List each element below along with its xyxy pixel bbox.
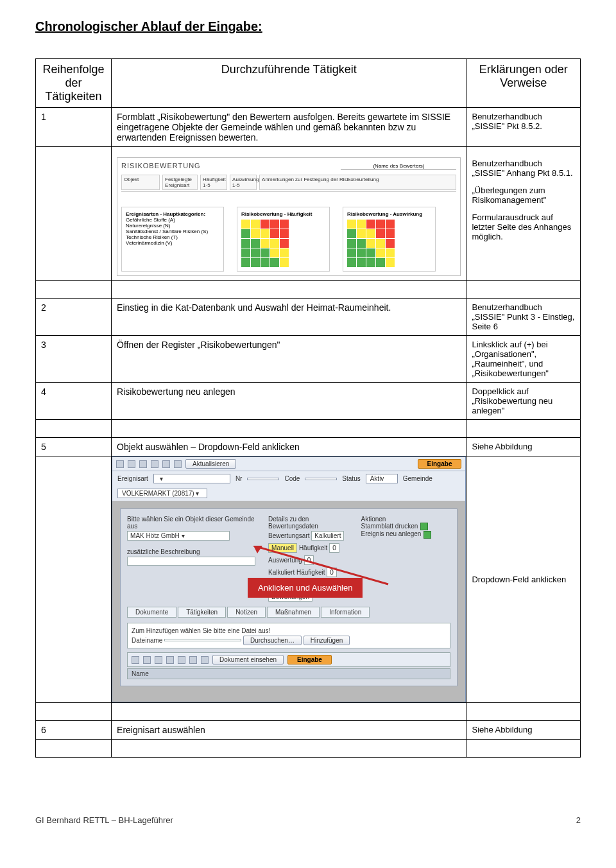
row-activity: Risikobewertung neu anlegen [112, 383, 466, 420]
add-button[interactable]: Hinzufügen [304, 636, 350, 645]
toolbar-icon[interactable] [189, 656, 197, 664]
col-ereignisart: Festgelegte Ereignisart [162, 175, 198, 190]
footer-page-number: 2 [576, 815, 581, 825]
screenshot-cell: Aktualisieren Eingabe Ereignisart ▾ Nr C… [112, 456, 466, 703]
toolbar-icon[interactable] [162, 460, 170, 468]
bewart-field[interactable]: Kalkuliert [311, 531, 344, 541]
table-row: 2 Einstieg in die Kat-Datenbank und Ausw… [36, 299, 581, 336]
col-objekt: Objekt [121, 175, 160, 190]
object-value: MAK Hötz GmbH [130, 532, 180, 539]
toolbar-icon[interactable] [201, 656, 209, 664]
table-row: 4 Risikobewertung neu anlegen Doppelklic… [36, 383, 581, 420]
gemeinde-value: VÖLKERMARKT (20817) [122, 490, 194, 497]
code-label: Code [284, 475, 300, 482]
table-row: RISIKOBEWERTUNG (Name des Bewerters) Obj… [36, 147, 581, 281]
actions-title: Aktionen [361, 516, 450, 523]
toolbar-icon[interactable] [174, 460, 182, 468]
chart-impact: Risikobewertung - Auswirkung [343, 207, 436, 272]
row-number: 1 [36, 108, 112, 147]
view-doc-button[interactable]: Dokument einsehen [212, 655, 284, 664]
tab-notizen[interactable]: Notizen [227, 607, 266, 618]
row-explanation: Benutzerhandbuch „SISSIE" Anhang Pkt 8.5… [466, 147, 581, 281]
tab-information[interactable]: Information [321, 607, 370, 618]
row-number: 5 [36, 438, 112, 456]
row-activity: Öffnen der Register „Risikobewertungen" [112, 336, 466, 383]
bewart-label: Bewertungsart [268, 532, 309, 539]
print-action[interactable]: Stammblatt drucken [361, 523, 418, 530]
app-screenshot: Aktualisieren Eingabe Ereignisart ▾ Nr C… [112, 456, 466, 702]
row-explanation: Linksklick auf (+) bei „Organisationen",… [466, 336, 581, 383]
col-auswirkung: Auswirkung 1-5 [230, 175, 257, 190]
upload-hint: Zum Hinzufügen wählen Sie bitte eine Dat… [127, 623, 450, 648]
row-activity: Ereignisart auswählen [112, 721, 466, 740]
col-header-order: Reihenfolge der Tätigkeiten [36, 59, 112, 108]
object-prompt: Bitte wählen Sie ein Objekt dieser Gemei… [127, 516, 255, 530]
tab-eingabe[interactable]: Eingabe [418, 459, 462, 469]
row-explanation: Dropdown-Feld anklicken [466, 456, 581, 703]
table-row: 5 Objekt auswählen – Dropdown-Feld ankli… [36, 438, 581, 456]
detail-tabs: Dokumente Tätigkeiten Notizen Maßnahmen … [127, 603, 450, 618]
hint-text: Zum Hinzufügen wählen Sie bitte eine Dat… [132, 627, 446, 634]
toolbar-icon[interactable] [139, 460, 147, 468]
code-field[interactable] [305, 478, 337, 480]
extra-label: zusätzliche Beschreibung [127, 548, 255, 555]
footer-author: GI Bernhard RETTL – BH-Lageführer [35, 815, 173, 825]
gemeinde-field[interactable]: VÖLKERMARKT (20817) ▾ [117, 489, 207, 498]
row-activity: Einstieg in die Kat-Datenbank und Auswah… [112, 299, 466, 336]
ereignisart-field[interactable]: ▾ [153, 474, 230, 483]
row-number: 3 [36, 336, 112, 383]
app-toolbar: Aktualisieren Eingabe [112, 457, 465, 471]
risk-form: RISIKOBEWERTUNG (Name des Bewerters) Obj… [117, 157, 461, 276]
toolbar-icon[interactable] [116, 460, 124, 468]
activities-table: Reihenfolge der Tätigkeiten Durchzuführe… [35, 58, 581, 758]
col-haeufigkeit: Häufigkeit 1-5 [200, 175, 227, 190]
page-title: Chronologischer Ablauf der Eingabe: [35, 19, 581, 34]
row-explanation: Siehe Abbildung [466, 438, 581, 456]
tab-eingabe-inner[interactable]: Eingabe [287, 655, 332, 664]
browse-button[interactable]: Durchsuchen… [243, 636, 302, 645]
form-title: RISIKOBEWERTUNG [121, 162, 201, 169]
extra-field[interactable] [127, 557, 255, 566]
col-anmerkungen: Anmerkungen zur Festlegung der Risikobeu… [259, 175, 456, 190]
ereignisart-label: Ereignisart [117, 475, 148, 482]
tab-massnahmen[interactable]: Maßnahmen [267, 607, 320, 618]
cat-item: Technische Risiken (T) [126, 234, 219, 240]
dateiname-field[interactable] [164, 639, 241, 641]
cat-item: Veterinärmedizin (V) [126, 240, 219, 246]
callout-box: Anklicken und Auswählen [248, 578, 363, 598]
exp-text: Formularausdruck auf letzter Seite des A… [472, 213, 575, 241]
refresh-button[interactable]: Aktualisieren [185, 459, 236, 469]
nr-label: Nr [235, 475, 243, 482]
name-column-header: Name [127, 668, 450, 679]
table-row: 3 Öffnen der Register „Risikobewertungen… [36, 336, 581, 383]
form-columns: Objekt Festgelegte Ereignisart Häufigkei… [121, 175, 456, 190]
toolbar-icon[interactable] [151, 460, 158, 468]
bewerter-name-line: (Name des Bewerters) [341, 163, 456, 169]
spacer-row [36, 740, 581, 758]
table-row: Aktualisieren Eingabe Ereignisart ▾ Nr C… [36, 456, 581, 703]
status-field[interactable]: Aktiv [366, 474, 398, 483]
row-activity: Objekt auswählen – Dropdown-Feld anklick… [112, 438, 466, 456]
spacer-row [36, 420, 581, 438]
embedded-form-cell: RISIKOBEWERTUNG (Name des Bewerters) Obj… [112, 147, 466, 281]
gemeinde-label: Gemeinde [403, 475, 432, 482]
cat-item: Naturereignisse (N) [126, 223, 219, 229]
svg-marker-1 [253, 546, 262, 553]
toolbar-icon[interactable] [178, 656, 185, 664]
new-event-action[interactable]: Ereignis neu anlegen [361, 530, 421, 537]
add-icon[interactable] [424, 531, 431, 539]
spacer-row [36, 703, 581, 721]
nr-field[interactable] [247, 478, 279, 480]
toolbar-icon[interactable] [143, 656, 151, 664]
page-footer: GI Bernhard RETTL – BH-Lageführer 2 [35, 815, 581, 825]
toolbar-icon[interactable] [155, 656, 162, 664]
tab-taetigkeiten[interactable]: Tätigkeiten [178, 607, 226, 618]
toolbar-icon[interactable] [132, 656, 139, 664]
object-dropdown[interactable]: MAK Hötz GmbH ▾ [127, 531, 230, 541]
print-icon[interactable] [420, 523, 428, 530]
toolbar-icon[interactable] [128, 460, 135, 468]
app-workarea: Bitte wählen Sie ein Objekt dieser Gemei… [112, 501, 465, 702]
tab-dokumente[interactable]: Dokumente [127, 607, 176, 618]
toolbar-icon[interactable] [166, 656, 174, 664]
row-number-empty [36, 456, 112, 703]
